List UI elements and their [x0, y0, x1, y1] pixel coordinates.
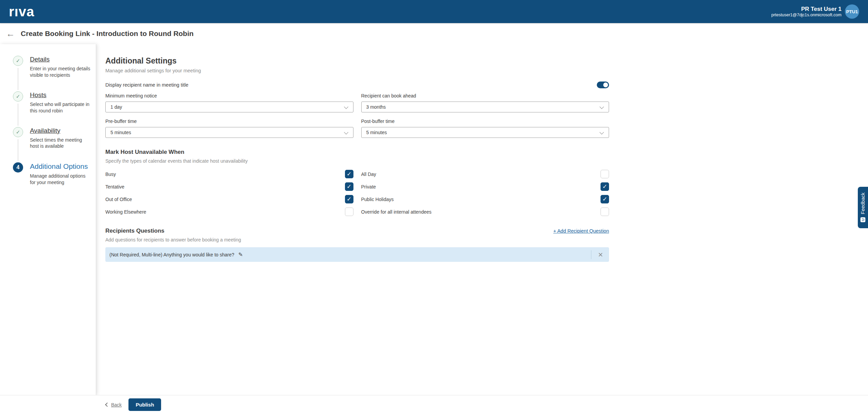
- check-icon: ✓: [347, 196, 351, 203]
- checkbox-row-private: Private ✓: [361, 180, 609, 193]
- all-day-checkbox[interactable]: ✓: [601, 170, 609, 178]
- top-bar: rıva PR Test User 1 prtestuser1@7djc1s.o…: [0, 0, 868, 23]
- checkbox-label: Private: [361, 184, 376, 190]
- logo-text: va: [19, 4, 35, 19]
- stepper-sidebar: ✓ Details Enter in your meeting details …: [0, 44, 96, 395]
- minimum-meeting-notice-select[interactable]: 1 day: [105, 102, 353, 112]
- back-label: Back: [111, 402, 122, 408]
- step-title[interactable]: Availability: [30, 127, 96, 134]
- private-checkbox[interactable]: ✓: [601, 182, 609, 191]
- publish-button[interactable]: Publish: [128, 398, 161, 411]
- remove-question-icon[interactable]: ×: [596, 251, 605, 259]
- user-name: PR Test User 1: [771, 5, 841, 13]
- step-availability[interactable]: ✓ Availability Select times the meeting …: [13, 127, 96, 150]
- checkbox-row-override-internal: Override for all internal attendees ✓: [361, 205, 609, 218]
- step-additional-options[interactable]: 4 Additional Options Manage additional o…: [13, 162, 96, 186]
- checkbox-row-tentative: Tentative ✓: [105, 180, 353, 193]
- step-title: Additional Options: [30, 162, 96, 170]
- toggle-knob: [603, 83, 608, 87]
- checkbox-label: Override for all internal attendees: [361, 209, 432, 215]
- step-hosts[interactable]: ✓ Hosts Select who will participate in t…: [13, 91, 96, 114]
- override-internal-checkbox[interactable]: ✓: [601, 208, 609, 216]
- select-value: 5 minutes: [366, 130, 387, 135]
- check-icon: ✓: [347, 183, 351, 190]
- display-recipient-name-toggle[interactable]: [597, 82, 609, 88]
- section-title: Additional Settings: [105, 56, 609, 66]
- step-subtitle: Enter in your meeting details visible to…: [30, 66, 91, 78]
- chevron-down-icon: [600, 130, 604, 134]
- back-button[interactable]: Back: [106, 402, 122, 408]
- logo-i-dot: ı: [15, 4, 19, 19]
- checkbox-label: All Day: [361, 172, 376, 177]
- check-icon: ✓: [347, 170, 351, 178]
- chevron-down-icon: [344, 105, 348, 109]
- step-title[interactable]: Details: [30, 56, 96, 63]
- unavailable-subtitle: Specify the types of calendar events tha…: [105, 158, 609, 164]
- checkbox-row-all-day: All Day ✓: [361, 168, 609, 180]
- step-subtitle: Select who will participate in this roun…: [30, 101, 91, 114]
- checkbox-row-out-of-office: Out of Office ✓: [105, 193, 353, 205]
- checkbox-row-working-elsewhere: Working Elsewhere ✓: [105, 205, 353, 218]
- recipient-book-ahead-select[interactable]: 3 months: [361, 102, 609, 112]
- check-icon: ✓: [602, 196, 607, 203]
- recipient-book-ahead-field: Recipient can book ahead 3 months: [361, 93, 609, 112]
- page-header: ← Create Booking Link - Introduction to …: [0, 23, 868, 44]
- user-area: PR Test User 1 prtestuser1@7djc1s.onmicr…: [771, 4, 859, 19]
- checkbox-label: Working Elsewhere: [105, 209, 146, 215]
- step-title[interactable]: Hosts: [30, 91, 96, 99]
- field-label: Minimum meeting notice: [105, 93, 353, 98]
- chevron-left-icon: [105, 402, 109, 407]
- pre-buffer-field: Pre-buffer time 5 minutes: [105, 119, 353, 138]
- checkbox-label: Public Holidays: [361, 197, 394, 202]
- checkbox-row-public-holidays: Public Holidays ✓: [361, 193, 609, 205]
- main-panel: Additional Settings Manage additional se…: [96, 44, 868, 395]
- unavailable-heading: Mark Host Unavailable When: [105, 149, 609, 156]
- page-title: Create Booking Link - Introduction to Ro…: [21, 30, 194, 38]
- toggle-label: Display recipient name in meeting title: [105, 82, 188, 88]
- footer-bar: Back Publish: [0, 395, 868, 414]
- busy-checkbox[interactable]: ✓: [345, 170, 353, 178]
- user-info: PR Test User 1 prtestuser1@7djc1s.onmicr…: [771, 5, 841, 18]
- back-arrow-icon[interactable]: ←: [6, 29, 15, 38]
- minimum-meeting-notice-field: Minimum meeting notice 1 day: [105, 93, 353, 112]
- chevron-down-icon: [600, 105, 604, 109]
- question-text: (Not Required, Multi-line) Anything you …: [109, 252, 234, 257]
- out-of-office-checkbox[interactable]: ✓: [345, 195, 353, 203]
- post-buffer-select[interactable]: 5 minutes: [361, 127, 609, 138]
- chevron-down-icon: [344, 130, 348, 134]
- field-label: Post-buffer time: [361, 119, 609, 124]
- working-elsewhere-checkbox[interactable]: ✓: [345, 208, 353, 216]
- step-complete-icon: ✓: [13, 56, 23, 66]
- step-complete-icon: ✓: [13, 127, 23, 137]
- pre-buffer-select[interactable]: 5 minutes: [105, 127, 353, 138]
- step-details[interactable]: ✓ Details Enter in your meeting details …: [13, 56, 96, 78]
- user-email: prtestuser1@7djc1s.onmicrosoft.com: [771, 13, 841, 18]
- select-value: 5 minutes: [110, 130, 131, 135]
- tentative-checkbox[interactable]: ✓: [345, 182, 353, 191]
- step-number-badge: 4: [13, 162, 23, 173]
- add-recipient-question-link[interactable]: + Add Recipient Question: [553, 228, 609, 234]
- divider: [591, 250, 591, 259]
- checkbox-row-busy: Busy ✓: [105, 168, 353, 180]
- recipients-questions-heading: Recipients Questions: [105, 228, 164, 234]
- feedback-tab[interactable]: Feedback: [858, 187, 868, 228]
- field-label: Recipient can book ahead: [361, 93, 609, 98]
- feedback-label: Feedback: [860, 193, 866, 214]
- logo-text: r: [9, 4, 15, 19]
- edit-pencil-icon[interactable]: ✎: [238, 251, 243, 258]
- step-complete-icon: ✓: [13, 91, 23, 102]
- step-subtitle: Manage additional options for your meeti…: [30, 173, 91, 186]
- post-buffer-field: Post-buffer time 5 minutes: [361, 119, 609, 138]
- section-subtitle: Manage additional settings for your meet…: [105, 68, 609, 73]
- select-value: 1 day: [110, 104, 122, 110]
- recipient-question-item: (Not Required, Multi-line) Anything you …: [105, 247, 609, 262]
- avatar[interactable]: PTU1: [845, 4, 859, 19]
- checkbox-label: Busy: [105, 172, 116, 177]
- field-label: Pre-buffer time: [105, 119, 353, 124]
- checkbox-label: Out of Office: [105, 197, 132, 202]
- feedback-smiley-icon: [860, 217, 866, 222]
- recipients-questions-subtitle: Add questions for recipients to answer b…: [105, 237, 609, 242]
- riva-logo: rıva: [9, 4, 34, 19]
- public-holidays-checkbox[interactable]: ✓: [601, 195, 609, 203]
- checkbox-label: Tentative: [105, 184, 124, 190]
